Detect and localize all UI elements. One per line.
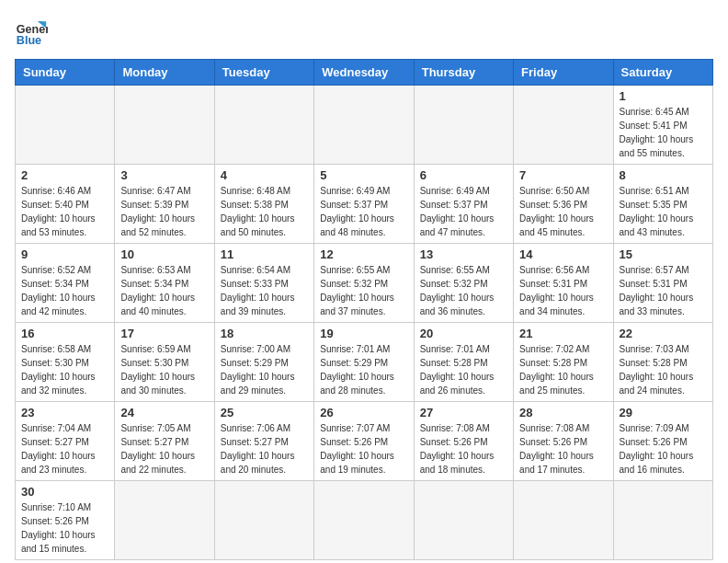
calendar-cell: 9Sunrise: 6:52 AM Sunset: 5:34 PM Daylig… xyxy=(16,244,115,323)
calendar-cell: 13Sunrise: 6:55 AM Sunset: 5:32 PM Dayli… xyxy=(414,244,513,323)
day-number: 7 xyxy=(519,168,607,182)
day-number: 20 xyxy=(420,327,507,340)
calendar-cell: 21Sunrise: 7:02 AM Sunset: 5:28 PM Dayli… xyxy=(514,323,613,402)
calendar-cell: 22Sunrise: 7:03 AM Sunset: 5:28 PM Dayli… xyxy=(613,323,712,402)
day-info: Sunrise: 7:04 AM Sunset: 5:27 PM Dayligh… xyxy=(21,421,108,477)
week-row-4: 16Sunrise: 6:58 AM Sunset: 5:30 PM Dayli… xyxy=(16,323,713,402)
calendar-cell xyxy=(314,481,414,560)
weekday-header-saturday: Saturday xyxy=(613,60,712,86)
day-info: Sunrise: 6:46 AM Sunset: 5:40 PM Dayligh… xyxy=(21,184,108,239)
day-number: 2 xyxy=(21,168,108,182)
calendar-cell: 11Sunrise: 6:54 AM Sunset: 5:33 PM Dayli… xyxy=(214,244,313,323)
week-row-3: 9Sunrise: 6:52 AM Sunset: 5:34 PM Daylig… xyxy=(16,244,713,323)
day-info: Sunrise: 7:06 AM Sunset: 5:27 PM Dayligh… xyxy=(221,421,308,477)
weekday-header-row: SundayMondayTuesdayWednesdayThursdayFrid… xyxy=(16,60,713,86)
week-row-6: 30Sunrise: 7:10 AM Sunset: 5:26 PM Dayli… xyxy=(16,481,713,560)
day-number: 18 xyxy=(221,327,308,340)
week-row-2: 2Sunrise: 6:46 AM Sunset: 5:40 PM Daylig… xyxy=(16,165,713,244)
day-info: Sunrise: 7:07 AM Sunset: 5:26 PM Dayligh… xyxy=(320,421,407,477)
weekday-header-friday: Friday xyxy=(514,60,613,86)
calendar-cell: 24Sunrise: 7:05 AM Sunset: 5:27 PM Dayli… xyxy=(115,402,214,481)
day-info: Sunrise: 7:05 AM Sunset: 5:27 PM Dayligh… xyxy=(120,421,208,477)
logo: General Blue xyxy=(15,15,53,48)
day-info: Sunrise: 7:08 AM Sunset: 5:26 PM Dayligh… xyxy=(519,421,607,477)
day-number: 19 xyxy=(320,327,407,340)
weekday-header-thursday: Thursday xyxy=(414,60,513,86)
day-info: Sunrise: 6:57 AM Sunset: 5:31 PM Dayligh… xyxy=(620,263,707,318)
day-number: 10 xyxy=(120,247,208,261)
day-info: Sunrise: 6:55 AM Sunset: 5:32 PM Dayligh… xyxy=(420,263,507,318)
calendar-cell: 27Sunrise: 7:08 AM Sunset: 5:26 PM Dayli… xyxy=(414,402,513,481)
calendar-cell: 3Sunrise: 6:47 AM Sunset: 5:39 PM Daylig… xyxy=(115,165,214,244)
day-number: 16 xyxy=(21,327,108,340)
day-number: 28 xyxy=(519,406,607,419)
calendar-cell: 4Sunrise: 6:48 AM Sunset: 5:38 PM Daylig… xyxy=(214,165,313,244)
weekday-header-wednesday: Wednesday xyxy=(314,60,414,86)
calendar-cell: 30Sunrise: 7:10 AM Sunset: 5:26 PM Dayli… xyxy=(16,481,115,560)
day-number: 27 xyxy=(420,406,507,419)
calendar-cell: 19Sunrise: 7:01 AM Sunset: 5:29 PM Dayli… xyxy=(314,323,414,402)
day-info: Sunrise: 7:01 AM Sunset: 5:29 PM Dayligh… xyxy=(320,342,407,397)
weekday-header-sunday: Sunday xyxy=(16,60,115,86)
calendar-cell: 17Sunrise: 6:59 AM Sunset: 5:30 PM Dayli… xyxy=(115,323,214,402)
day-number: 24 xyxy=(120,406,208,419)
calendar-cell: 12Sunrise: 6:55 AM Sunset: 5:32 PM Dayli… xyxy=(314,244,414,323)
day-info: Sunrise: 6:51 AM Sunset: 5:35 PM Dayligh… xyxy=(620,184,707,239)
day-number: 26 xyxy=(320,406,407,419)
calendar-cell: 20Sunrise: 7:01 AM Sunset: 5:28 PM Dayli… xyxy=(414,323,513,402)
day-number: 5 xyxy=(320,168,407,182)
calendar-cell xyxy=(414,481,513,560)
day-number: 1 xyxy=(620,89,707,103)
svg-text:Blue: Blue xyxy=(17,34,41,47)
day-info: Sunrise: 6:50 AM Sunset: 5:36 PM Dayligh… xyxy=(519,184,607,239)
day-number: 17 xyxy=(120,327,208,340)
day-info: Sunrise: 7:10 AM Sunset: 5:26 PM Dayligh… xyxy=(21,500,108,556)
logo-icon: General Blue xyxy=(15,15,48,48)
calendar-cell: 15Sunrise: 6:57 AM Sunset: 5:31 PM Dayli… xyxy=(613,244,712,323)
calendar-cell: 28Sunrise: 7:08 AM Sunset: 5:26 PM Dayli… xyxy=(514,402,613,481)
day-info: Sunrise: 6:56 AM Sunset: 5:31 PM Dayligh… xyxy=(519,263,607,318)
day-number: 25 xyxy=(221,406,308,419)
day-info: Sunrise: 7:00 AM Sunset: 5:29 PM Dayligh… xyxy=(221,342,308,397)
day-number: 3 xyxy=(120,168,208,182)
day-number: 11 xyxy=(221,247,308,261)
day-info: Sunrise: 6:49 AM Sunset: 5:37 PM Dayligh… xyxy=(420,184,507,239)
calendar-cell: 14Sunrise: 6:56 AM Sunset: 5:31 PM Dayli… xyxy=(514,244,613,323)
calendar-cell: 16Sunrise: 6:58 AM Sunset: 5:30 PM Dayli… xyxy=(16,323,115,402)
day-number: 8 xyxy=(620,168,707,182)
day-number: 15 xyxy=(620,247,707,261)
calendar-cell: 8Sunrise: 6:51 AM Sunset: 5:35 PM Daylig… xyxy=(613,165,712,244)
calendar-cell: 10Sunrise: 6:53 AM Sunset: 5:34 PM Dayli… xyxy=(115,244,214,323)
day-number: 14 xyxy=(519,247,607,261)
calendar-cell xyxy=(514,86,613,165)
calendar-cell xyxy=(16,86,115,165)
day-info: Sunrise: 6:54 AM Sunset: 5:33 PM Dayligh… xyxy=(221,263,308,318)
weekday-header-monday: Monday xyxy=(115,60,214,86)
calendar-cell: 1Sunrise: 6:45 AM Sunset: 5:41 PM Daylig… xyxy=(613,86,712,165)
day-number: 30 xyxy=(21,485,108,499)
calendar-cell: 26Sunrise: 7:07 AM Sunset: 5:26 PM Dayli… xyxy=(314,402,414,481)
calendar-cell xyxy=(414,86,513,165)
calendar-cell: 5Sunrise: 6:49 AM Sunset: 5:37 PM Daylig… xyxy=(314,165,414,244)
calendar-table: SundayMondayTuesdayWednesdayThursdayFrid… xyxy=(15,59,713,560)
calendar-cell: 2Sunrise: 6:46 AM Sunset: 5:40 PM Daylig… xyxy=(16,165,115,244)
day-number: 4 xyxy=(221,168,308,182)
day-info: Sunrise: 7:08 AM Sunset: 5:26 PM Dayligh… xyxy=(420,421,507,477)
calendar-cell xyxy=(115,86,214,165)
day-number: 9 xyxy=(21,247,108,261)
day-number: 12 xyxy=(320,247,407,261)
day-number: 13 xyxy=(420,247,507,261)
day-info: Sunrise: 7:02 AM Sunset: 5:28 PM Dayligh… xyxy=(519,342,607,397)
day-info: Sunrise: 7:01 AM Sunset: 5:28 PM Dayligh… xyxy=(420,342,507,397)
day-info: Sunrise: 6:45 AM Sunset: 5:41 PM Dayligh… xyxy=(620,105,707,160)
week-row-5: 23Sunrise: 7:04 AM Sunset: 5:27 PM Dayli… xyxy=(16,402,713,481)
day-number: 21 xyxy=(519,327,607,340)
day-number: 29 xyxy=(620,406,707,419)
calendar-cell: 6Sunrise: 6:49 AM Sunset: 5:37 PM Daylig… xyxy=(414,165,513,244)
week-row-1: 1Sunrise: 6:45 AM Sunset: 5:41 PM Daylig… xyxy=(16,86,713,165)
calendar-cell xyxy=(514,481,613,560)
day-number: 22 xyxy=(620,327,707,340)
calendar-cell: 23Sunrise: 7:04 AM Sunset: 5:27 PM Dayli… xyxy=(16,402,115,481)
page-header: General Blue xyxy=(15,15,713,48)
calendar-cell xyxy=(214,481,313,560)
